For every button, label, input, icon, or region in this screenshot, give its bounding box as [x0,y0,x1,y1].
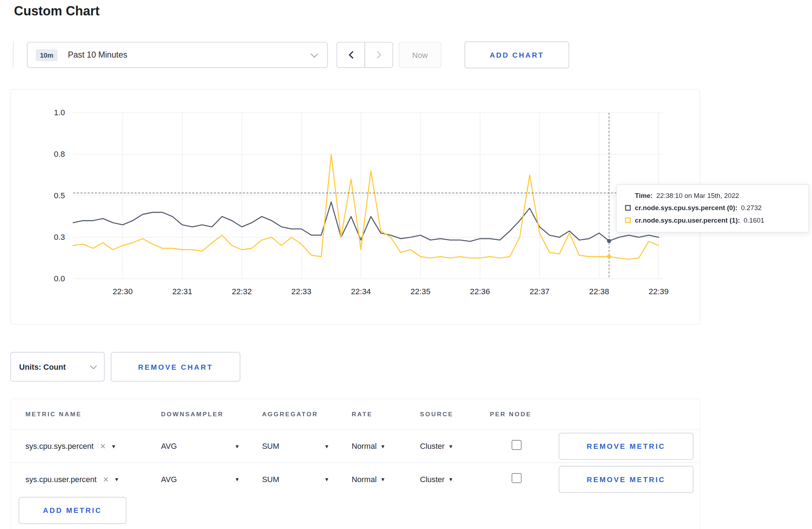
remove-chart-button[interactable]: REMOVE CHART [111,352,241,382]
col-metric-name: METRIC NAME [25,411,161,418]
aggregator-value: SUM [262,475,279,484]
metrics-table-header: METRIC NAME DOWNSAMPLER AGGREGATOR RATE … [11,399,700,429]
caret-down-icon: ▾ [381,442,385,450]
svg-text:22:36: 22:36 [470,287,490,296]
caret-down-icon: ▾ [325,442,328,450]
rate-select[interactable]: Normal ▾ [352,475,420,484]
downsampler-value: AVG [161,442,177,451]
toolbar-divider [13,42,13,68]
per-node-checkbox[interactable] [512,473,521,483]
tooltip-series-value: 0.2732 [741,204,762,212]
time-range-label: Past 10 Minutes [68,50,127,59]
time-range-select[interactable]: 10m Past 10 Minutes [27,42,328,68]
svg-text:22:30: 22:30 [113,287,133,296]
caret-down-icon: ▾ [449,442,453,450]
svg-text:22:33: 22:33 [291,287,311,296]
metric-name-select[interactable]: sys.cpu.user.percent ✕ ▾ [25,475,161,484]
tooltip-series-label: cr.node.sys.cpu.user.percent (1): [635,217,740,224]
page-title: Custom Chart [14,2,100,20]
chart-tooltip: Time: 22:38:10 on Mar 15th, 2022 cr.node… [616,184,809,233]
svg-text:1.0: 1.0 [54,108,65,117]
aggregator-value: SUM [262,442,279,451]
svg-text:0.8: 0.8 [54,150,65,159]
rate-select[interactable]: Normal ▾ [352,442,420,451]
svg-text:22:39: 22:39 [649,287,669,296]
downsampler-select[interactable]: AVG ▾ [161,475,239,484]
col-aggregator: AGGREGATOR [262,411,352,418]
metric-name: sys.cpu.user.percent [25,475,97,484]
col-rate: RATE [352,411,420,418]
aggregator-select[interactable]: SUM ▾ [262,475,328,484]
caret-down-icon: ▾ [381,476,385,483]
remove-metric-button[interactable]: REMOVE METRIC [559,432,693,459]
caret-down-icon: ▾ [449,476,453,483]
metrics-table: METRIC NAME DOWNSAMPLER AGGREGATOR RATE … [10,399,700,529]
svg-text:22:35: 22:35 [410,287,430,296]
clear-metric-icon[interactable]: ✕ [100,442,106,450]
clear-metric-icon[interactable]: ✕ [103,475,109,483]
remove-metric-button[interactable]: REMOVE METRIC [559,466,693,492]
tooltip-series-row: cr.node.sys.cpu.user.percent (1): 0.1601 [625,217,800,224]
metric-row: sys.cpu.sys.percent ✕ ▾ AVG ▾ SUM ▾ Norm… [11,429,700,462]
tooltip-series-value: 0.1601 [744,217,764,224]
svg-text:22:34: 22:34 [351,287,371,296]
chevron-down-icon [90,362,97,369]
chevron-right-icon [375,50,382,59]
metrics-chart-plot[interactable]: 1.00.80.50.30.022:3022:3122:3222:3322:34… [11,89,700,324]
toolbar: 10m Past 10 Minutes Now ADD CHART [0,42,812,68]
tooltip-time-value: 22:38:10 on Mar 15th, 2022 [656,191,739,199]
series-user-swatch-icon [625,218,631,223]
svg-text:0.5: 0.5 [54,191,65,200]
rate-value: Normal [352,442,377,451]
custom-chart-page: Custom Chart 10m Past 10 Minutes Now ADD… [0,0,812,529]
time-range-pager [337,42,393,68]
svg-text:0.0: 0.0 [54,274,65,283]
col-source: SOURCE [420,411,490,418]
caret-down-icon: ▾ [325,476,328,483]
svg-text:22:38: 22:38 [589,287,609,296]
tooltip-series-row: cr.node.sys.cpu.sys.percent (0): 0.2732 [625,204,800,212]
col-downsampler: DOWNSAMPLER [161,411,262,418]
svg-text:22:32: 22:32 [232,287,252,296]
metrics-table-footer: ADD METRIC [11,495,700,529]
caret-down-icon: ▾ [115,476,119,483]
downsampler-select[interactable]: AVG ▾ [161,442,239,451]
source-select[interactable]: Cluster ▾ [420,475,490,484]
downsampler-value: AVG [161,475,177,484]
chart-card: 1.00.80.50.30.022:3022:3122:3222:3322:34… [10,89,700,325]
source-select[interactable]: Cluster ▾ [420,442,490,451]
rate-value: Normal [352,475,377,484]
col-per-node: PER NODE [490,411,559,418]
tooltip-time-row: Time: 22:38:10 on Mar 15th, 2022 [625,191,800,199]
time-range-badge: 10m [36,49,58,61]
metric-name-select[interactable]: sys.cpu.sys.percent ✕ ▾ [25,442,161,451]
source-value: Cluster [420,442,445,451]
units-label: Units: Count [19,363,66,372]
aggregator-select[interactable]: SUM ▾ [262,442,328,451]
caret-down-icon: ▾ [112,442,115,450]
caret-down-icon: ▾ [236,442,239,450]
add-metric-button[interactable]: ADD METRIC [19,497,126,524]
svg-text:0.3: 0.3 [54,233,65,242]
svg-text:22:37: 22:37 [530,287,550,296]
metric-row: sys.cpu.user.percent ✕ ▾ AVG ▾ SUM ▾ Nor… [11,462,700,496]
chevron-down-icon [311,50,318,57]
series-sys-swatch-icon [625,205,631,211]
svg-text:22:31: 22:31 [172,287,192,296]
prev-range-button[interactable] [337,42,365,68]
tooltip-series-label: cr.node.sys.cpu.sys.percent (0): [635,204,737,212]
source-value: Cluster [420,475,445,484]
now-button[interactable]: Now [399,42,441,68]
next-range-button[interactable] [364,42,393,68]
units-select[interactable]: Units: Count [10,352,105,382]
add-chart-button[interactable]: ADD CHART [464,42,569,68]
tooltip-time-key: Time: [635,191,653,199]
caret-down-icon: ▾ [236,476,239,483]
per-node-checkbox[interactable] [512,440,521,450]
chevron-left-icon [347,50,354,59]
metric-name: sys.cpu.sys.percent [25,442,94,451]
